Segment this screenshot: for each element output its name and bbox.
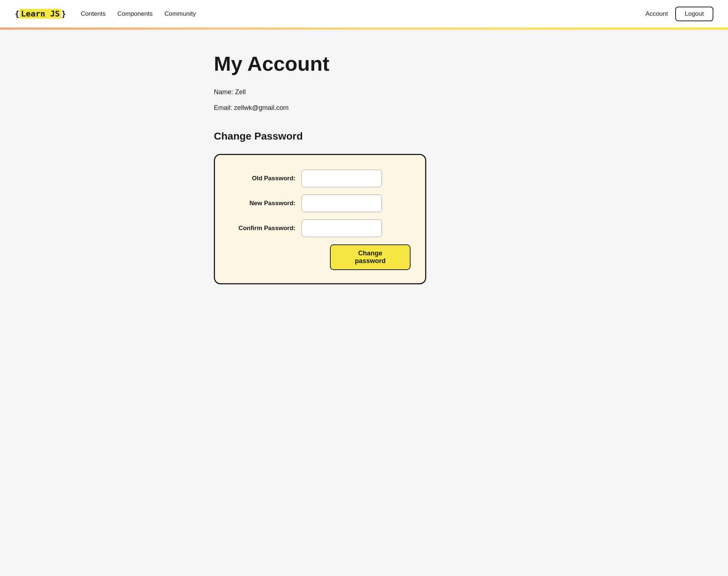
- user-info: Name: Zell Email: zellwk@gmail.com: [214, 87, 514, 113]
- old-password-group: Old Password:: [230, 170, 411, 187]
- brand-prefix: {: [15, 9, 19, 18]
- confirm-password-group: Confirm Password:: [230, 219, 411, 237]
- confirm-password-label: Confirm Password:: [230, 225, 296, 232]
- password-form-container: Old Password: New Password: Confirm Pass…: [214, 154, 426, 284]
- logout-button[interactable]: Logout: [675, 7, 713, 21]
- navbar: { Learn JS } Contents Components Communi…: [0, 0, 728, 27]
- old-password-label: Old Password:: [230, 175, 296, 182]
- user-email: Email: zellwk@gmail.com: [214, 103, 514, 113]
- form-actions: Change password: [230, 244, 411, 270]
- brand-logo[interactable]: { Learn JS }: [15, 9, 66, 19]
- brand-suffix: }: [61, 9, 66, 18]
- change-password-title: Change Password: [214, 130, 514, 142]
- nav-link-contents[interactable]: Contents: [81, 10, 105, 18]
- page-title: My Account: [214, 52, 514, 75]
- new-password-label: New Password:: [230, 200, 296, 207]
- change-password-button[interactable]: Change password: [330, 244, 411, 270]
- navbar-right: Account Logout: [646, 7, 713, 21]
- confirm-password-input[interactable]: [301, 219, 382, 237]
- brand-highlight: Learn JS: [19, 9, 61, 19]
- new-password-input[interactable]: [301, 195, 382, 212]
- account-link[interactable]: Account: [646, 10, 668, 18]
- user-name: Name: Zell: [214, 87, 514, 97]
- nav-link-community[interactable]: Community: [164, 10, 196, 18]
- old-password-input[interactable]: [301, 170, 382, 187]
- nav-links: Contents Components Community: [81, 10, 645, 18]
- main-content: My Account Name: Zell Email: zellwk@gmai…: [199, 30, 529, 306]
- new-password-group: New Password:: [230, 195, 411, 212]
- nav-link-components[interactable]: Components: [118, 10, 153, 18]
